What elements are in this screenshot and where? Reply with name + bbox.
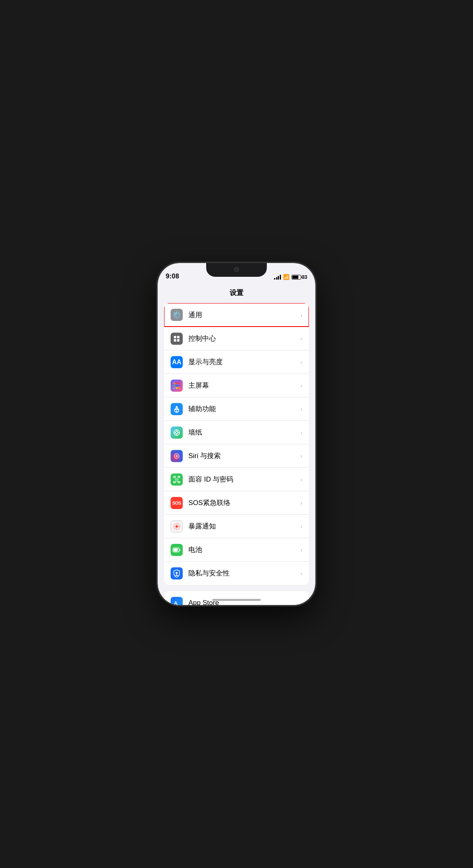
chevron-battery: › [300, 546, 302, 553]
battery-level: 33 [302, 274, 307, 280]
settings-item-appstore[interactable]: A App Store › [164, 591, 309, 605]
sos-icon: SOS [171, 497, 183, 509]
wifi-icon: 📶 [283, 274, 289, 280]
chevron-faceid: › [300, 476, 302, 483]
display-icon: AA [171, 356, 183, 368]
chevron-general: › [300, 312, 302, 318]
chevron-appstore: › [300, 600, 302, 605]
appstore-icon: A [171, 597, 183, 605]
settings-item-wallpaper[interactable]: 墙纸 › [164, 420, 309, 444]
battery-settings-icon [171, 544, 183, 556]
settings-item-privacy[interactable]: 隐私与安全性 › [164, 561, 309, 585]
svg-rect-12 [178, 387, 180, 389]
settings-item-display[interactable]: AA 显示与亮度 › [164, 350, 309, 374]
svg-point-32 [175, 525, 178, 528]
svg-rect-5 [176, 382, 177, 384]
accessibility-icon [171, 403, 183, 415]
svg-rect-36 [179, 549, 181, 551]
svg-rect-26 [178, 476, 180, 478]
settings-item-exposure[interactable]: 暴露通知 › [164, 514, 309, 538]
svg-rect-27 [173, 482, 175, 483]
chevron-accessibility: › [300, 405, 302, 412]
wallpaper-label: 墙纸 [188, 428, 300, 437]
control-center-icon [171, 333, 183, 345]
svg-rect-7 [173, 385, 175, 386]
home-bar [212, 599, 261, 601]
svg-point-38 [176, 572, 178, 574]
svg-rect-4 [173, 382, 175, 384]
settings-group-2: A App Store › [164, 591, 309, 605]
front-camera [234, 267, 239, 272]
chevron-privacy: › [300, 570, 302, 577]
homescreen-icon [171, 380, 183, 392]
screen: 9:08 📶 33 设置 [158, 263, 315, 605]
svg-point-29 [175, 478, 176, 479]
general-icon: ⚙️ [171, 309, 183, 321]
notch [206, 263, 267, 277]
siri-icon [171, 450, 183, 462]
phone-frame: 9:08 📶 33 设置 [158, 263, 315, 605]
svg-point-18 [175, 431, 178, 434]
privacy-icon [171, 567, 183, 579]
svg-rect-8 [176, 385, 177, 386]
battery-label: 电池 [188, 545, 300, 554]
chevron-siri: › [300, 452, 302, 459]
settings-item-homescreen[interactable]: 主屏幕 › [164, 374, 309, 397]
chevron-homescreen: › [300, 382, 302, 389]
settings-item-control-center[interactable]: 控制中心 › [164, 327, 309, 350]
svg-rect-1 [177, 336, 179, 338]
svg-rect-10 [173, 387, 175, 389]
control-center-label: 控制中心 [188, 334, 300, 343]
exposure-label: 暴露通知 [188, 522, 300, 531]
chevron-exposure: › [300, 523, 302, 530]
homescreen-label: 主屏幕 [188, 381, 300, 390]
svg-point-30 [177, 478, 178, 479]
privacy-label: 隐私与安全性 [188, 569, 300, 578]
siri-label: Siri 与搜索 [188, 451, 300, 461]
sos-label: SOS紧急联络 [188, 498, 300, 507]
page-title: 设置 [158, 283, 315, 303]
svg-rect-37 [174, 548, 178, 551]
status-time: 9:08 [166, 273, 179, 280]
svg-text:A: A [174, 600, 178, 605]
accessibility-label: 辅助功能 [188, 404, 300, 414]
svg-rect-2 [174, 339, 176, 342]
chevron-sos: › [300, 499, 302, 506]
faceid-label: 面容 ID 与密码 [188, 475, 300, 484]
general-label: 通用 [188, 310, 300, 320]
settings-item-general[interactable]: ⚙️ 通用 › [164, 303, 309, 327]
svg-rect-28 [178, 482, 180, 483]
battery-icon: 33 [291, 274, 307, 280]
signal-icon [274, 275, 281, 280]
settings-item-faceid[interactable]: 面容 ID 与密码 › [164, 467, 309, 491]
display-label: 显示与亮度 [188, 357, 300, 367]
settings-item-sos[interactable]: SOS SOS紧急联络 › [164, 491, 309, 514]
chevron-display: › [300, 359, 302, 365]
wallpaper-icon [171, 427, 183, 439]
svg-rect-11 [176, 387, 177, 389]
exposure-icon [171, 520, 183, 533]
chevron-wallpaper: › [300, 429, 302, 436]
status-icons: 📶 33 [274, 274, 307, 280]
svg-point-24 [175, 455, 178, 457]
settings-item-siri[interactable]: Siri 与搜索 › [164, 444, 309, 467]
svg-rect-25 [173, 476, 175, 478]
svg-rect-6 [178, 382, 180, 384]
svg-point-13 [176, 406, 178, 408]
settings-item-accessibility[interactable]: 辅助功能 › [164, 397, 309, 420]
svg-rect-9 [178, 385, 180, 386]
faceid-icon [171, 473, 183, 486]
page-content: 设置 ⚙️ 通用 › [158, 283, 315, 605]
settings-group-1: ⚙️ 通用 › 控制中心 [164, 303, 309, 585]
chevron-control-center: › [300, 335, 302, 342]
svg-rect-0 [174, 336, 176, 338]
svg-rect-3 [177, 339, 179, 342]
settings-item-battery[interactable]: 电池 › [164, 538, 309, 561]
